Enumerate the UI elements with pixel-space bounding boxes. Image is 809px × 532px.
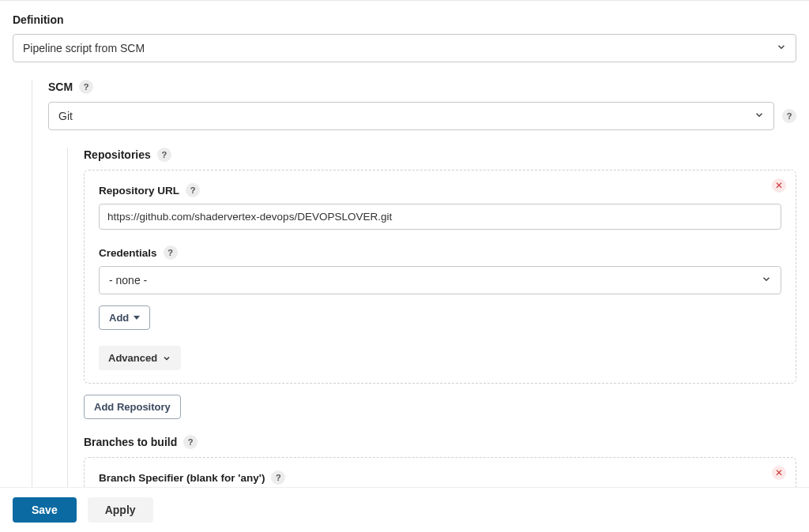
save-button[interactable]: Save [13, 497, 77, 523]
repo-url-input[interactable] [99, 204, 781, 230]
help-icon[interactable]: ? [164, 245, 178, 260]
help-icon[interactable]: ? [271, 470, 285, 485]
repositories-label: Repositories ? [84, 148, 796, 162]
help-icon[interactable]: ? [782, 109, 796, 123]
help-icon[interactable]: ? [186, 183, 200, 197]
help-icon[interactable]: ? [79, 80, 93, 94]
branches-label: Branches to build ? [84, 435, 796, 449]
credentials-label: Credentials ? [99, 245, 781, 260]
repository-entry: ✕ Repository URL ? Credentials ? - none … [84, 170, 796, 384]
apply-button[interactable]: Apply [88, 497, 153, 523]
scm-select-wrap: Git [48, 102, 774, 130]
credentials-label-text: Credentials [99, 247, 157, 259]
scm-label: SCM ? [48, 80, 796, 94]
definition-select-wrap: Pipeline script from SCM [13, 34, 796, 62]
scm-section: SCM ? Git ? Repositories ? ✕ [32, 80, 796, 532]
remove-branch-button[interactable]: ✕ [772, 466, 786, 480]
branches-label-text: Branches to build [84, 436, 177, 448]
repositories-section: Repositories ? ✕ Repository URL ? Creden… [67, 148, 796, 532]
credentials-select-value: - none - [109, 274, 147, 287]
repo-url-label-text: Repository URL [99, 185, 179, 197]
help-icon[interactable]: ? [183, 435, 198, 449]
scm-label-text: SCM [48, 81, 73, 93]
add-repository-button-label: Add Repository [94, 401, 171, 413]
scm-select[interactable]: Git [48, 102, 774, 130]
advanced-toggle-label: Advanced [108, 352, 157, 364]
add-credentials-button[interactable]: Add [99, 305, 150, 330]
footer-bar: Save Apply [0, 487, 809, 532]
remove-repository-button[interactable]: ✕ [772, 178, 786, 193]
definition-label: Definition [13, 13, 796, 26]
credentials-select[interactable]: - none - [99, 266, 781, 294]
add-credentials-button-label: Add [109, 312, 129, 324]
credentials-select-wrap: - none - [99, 266, 781, 294]
repo-url-label: Repository URL ? [99, 183, 781, 197]
scm-select-value: Git [58, 110, 73, 122]
branch-specifier-label: Branch Specifier (blank for 'any') ? [99, 470, 781, 485]
add-repository-button[interactable]: Add Repository [84, 395, 181, 419]
repositories-label-text: Repositories [84, 148, 151, 161]
chevron-down-icon [162, 354, 171, 363]
definition-select-value: Pipeline script from SCM [23, 42, 145, 54]
help-icon[interactable]: ? [157, 148, 171, 162]
advanced-toggle-button[interactable]: Advanced [99, 346, 181, 370]
branch-specifier-label-text: Branch Specifier (blank for 'any') [99, 472, 265, 484]
definition-label-text: Definition [13, 13, 64, 26]
definition-select[interactable]: Pipeline script from SCM [13, 34, 796, 62]
caret-down-icon [134, 316, 140, 320]
apply-button-label: Apply [105, 504, 136, 516]
save-button-label: Save [32, 504, 58, 516]
